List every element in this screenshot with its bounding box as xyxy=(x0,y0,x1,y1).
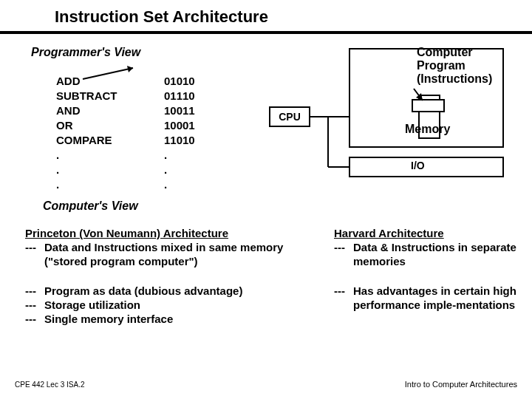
princeton-point: Program as data (dubious advantage) xyxy=(44,284,242,298)
harvard-block-2: --- Has advantages in certain high perfo… xyxy=(334,284,526,312)
harvard-heading: Harvard Architecture xyxy=(334,226,526,240)
programmers-view-label: Programmer's View xyxy=(31,46,140,59)
mnemonic: OR xyxy=(56,118,117,133)
harvard-point: Data & Instructions in separate memories xyxy=(353,240,526,268)
princeton-point: Data and Instructions mixed in same memo… xyxy=(44,240,321,268)
binary: 10001 xyxy=(164,118,195,133)
princeton-point: Storage utilization xyxy=(44,298,140,312)
io-label: I/O xyxy=(411,160,425,171)
title-rule xyxy=(0,31,532,34)
princeton-heading: Princeton (Von Neumann) Architecture xyxy=(25,226,321,240)
svg-marker-4 xyxy=(127,66,133,72)
mnemonic: . xyxy=(56,163,117,177)
bullet-icon: --- xyxy=(25,240,44,268)
binary-column: 01010 01110 10011 10001 11010 . . . xyxy=(164,74,195,192)
bullet-icon: --- xyxy=(25,312,44,326)
bullet-icon: --- xyxy=(25,284,44,298)
binary: 10011 xyxy=(164,103,195,118)
mnemonic: AND xyxy=(56,103,117,118)
computers-view-label: Computer's View xyxy=(43,200,138,213)
memory-slot-icon xyxy=(412,99,445,112)
mnemonic: SUBTRACT xyxy=(56,89,117,103)
binary: . xyxy=(164,163,195,177)
princeton-block-2: --- Program as data (dubious advantage) … xyxy=(25,284,321,326)
binary: . xyxy=(164,177,195,192)
memory-label: Memory xyxy=(405,123,450,136)
princeton-point: Single memory interface xyxy=(44,312,173,326)
binary: . xyxy=(164,148,195,163)
harvard-block: Harvard Architecture --- Data & Instruct… xyxy=(334,226,526,268)
program-label-line: ComputerProgram(Instructions) xyxy=(417,46,492,85)
slide-title: Instruction Set Architecture xyxy=(55,7,268,27)
mnemonic-column: ADD SUBTRACT AND OR COMPARE . . . xyxy=(56,74,117,192)
footer-left: CPE 442 Lec 3 ISA.2 xyxy=(15,381,85,389)
mnemonic: . xyxy=(56,148,117,163)
binary: 01110 xyxy=(164,89,195,103)
cpu-box: CPU xyxy=(269,106,310,127)
bullet-icon: --- xyxy=(334,240,353,268)
footer-right: Intro to Computer Architectures xyxy=(405,380,517,389)
harvard-point: Has advantages in certain high performan… xyxy=(353,284,526,312)
mnemonic: . xyxy=(56,177,117,192)
mnemonic: COMPARE xyxy=(56,133,117,148)
program-label: ComputerProgram(Instructions) xyxy=(417,46,492,86)
binary: 11010 xyxy=(164,133,195,148)
mnemonic: ADD xyxy=(56,74,117,89)
binary: 01010 xyxy=(164,74,195,89)
princeton-block: Princeton (Von Neumann) Architecture ---… xyxy=(25,226,321,268)
bullet-icon: --- xyxy=(334,284,353,312)
io-box xyxy=(349,157,504,177)
bullet-icon: --- xyxy=(25,298,44,312)
